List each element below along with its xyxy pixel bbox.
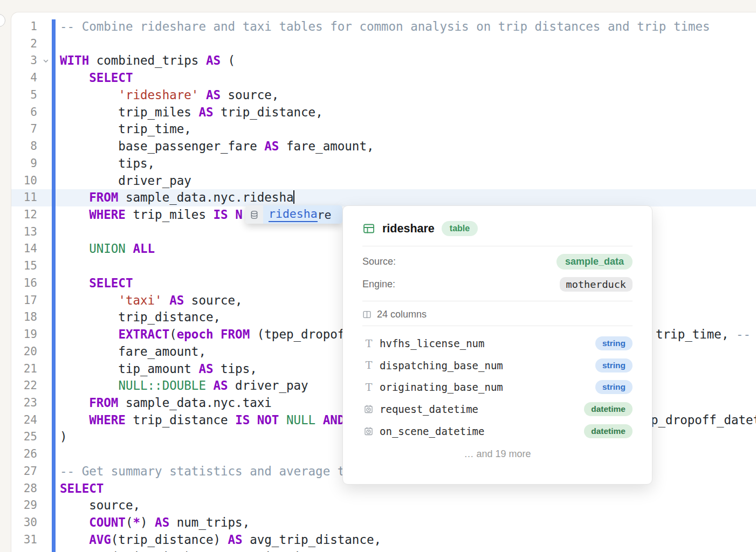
column-row[interactable]: Tdispatching_base_numstring (362, 357, 633, 374)
code-token: SELECT (60, 481, 104, 495)
line-number: 5 (11, 87, 37, 104)
code-text: driver_pay (60, 172, 191, 190)
line-number: 1 (11, 18, 37, 36)
code-line[interactable]: 7 trip_time, (11, 121, 756, 138)
code-token: ) (60, 430, 67, 444)
code-token (126, 242, 133, 256)
code-token: epoch (177, 327, 214, 341)
text-type-icon: T (362, 339, 375, 349)
code-token (60, 550, 89, 552)
partial-edge-button[interactable] (0, 14, 5, 27)
code-token: fare_amount, (279, 139, 374, 153)
code-token: sample_data.nyc.ridesha (118, 190, 293, 204)
code-token: 'taxi' (118, 293, 162, 307)
fold-chevron-icon[interactable] (42, 57, 50, 65)
line-number: 6 (11, 104, 37, 121)
code-token: IS (213, 208, 228, 222)
column-row[interactable]: on_scene_datetimedatetime (362, 423, 633, 439)
code-line[interactable]: 32 AVG(trip_time) AS avg_trip_time, (11, 549, 756, 552)
code-token (60, 276, 89, 290)
code-token: driver_pay (228, 378, 308, 392)
code-line[interactable]: 10 driver_pay (11, 172, 756, 190)
code-text: tip_amount AS tips, (60, 361, 257, 378)
code-token: avg_trip_time, (213, 550, 322, 552)
code-token: AS (198, 362, 213, 376)
code-line[interactable]: 30 COUNT(*) AS num_trips, (11, 514, 756, 532)
line-number: 19 (11, 326, 37, 343)
code-line[interactable]: 6 trip_miles AS trip_distance, (11, 104, 756, 121)
code-line[interactable]: 11 FROM sample_data.nyc.ridesha (11, 189, 756, 206)
code-text: trip_time, (60, 121, 191, 138)
columns-summary-label: 24 columns (377, 309, 427, 320)
code-fragment: p_dropoff_datet (651, 412, 756, 429)
line-number: 14 (11, 240, 37, 258)
code-token: avg_trip_distance, (243, 533, 381, 547)
code-line[interactable]: 3WITH combined_trips AS ( (11, 52, 756, 70)
code-token (60, 533, 89, 547)
code-token (250, 413, 257, 427)
code-token: 'rideshare' (118, 88, 198, 102)
code-token: UNION (89, 242, 126, 256)
code-token: AVG (89, 550, 111, 552)
divider (362, 301, 633, 301)
autocomplete-item-rideshare[interactable]: rideshare (263, 205, 342, 224)
code-text: FROM sample_data.nyc.ridesha (60, 189, 294, 206)
code-token: AS (206, 53, 221, 67)
line-number: 23 (11, 395, 37, 412)
column-name: dispatching_base_num (380, 360, 595, 371)
code-token (60, 293, 118, 307)
code-line[interactable]: 2 (11, 36, 756, 53)
code-token: (trip_time) (111, 550, 199, 552)
code-token: FROM (89, 396, 118, 410)
columns-summary-row: 24 columns (362, 307, 633, 321)
line-number: 28 (11, 480, 37, 498)
code-token: fare_amount, (60, 344, 206, 358)
column-type-badge: datetime (584, 402, 633, 416)
table-kind-badge: table (442, 221, 478, 236)
autocomplete-rest-text: re (318, 208, 332, 222)
code-token: ALL (133, 242, 155, 256)
line-number: 25 (11, 429, 37, 446)
code-line[interactable]: 29 source, (11, 497, 756, 514)
code-text: 'taxi' AS source, (60, 292, 243, 309)
code-token: COUNT (89, 515, 126, 529)
code-line[interactable]: 9 tips, (11, 155, 756, 172)
column-row[interactable]: request_datetimedatetime (362, 401, 633, 417)
line-number: 29 (11, 497, 37, 514)
code-line[interactable]: 31 AVG(trip_distance) AS avg_trip_distan… (11, 532, 756, 549)
code-text: ) (60, 429, 67, 446)
panel-header: rideshare table (362, 219, 633, 238)
code-text: SELECT (60, 275, 133, 292)
datetime-type-icon (362, 426, 375, 436)
code-line[interactable]: 5 'rideshare' AS source, (11, 87, 756, 104)
code-token: combined_trips (89, 53, 206, 67)
code-line[interactable]: 4 SELECT (11, 70, 756, 87)
code-token: AS (228, 533, 243, 547)
code-token (206, 378, 214, 392)
line-number: 11 (11, 189, 37, 206)
column-type-badge: string (595, 380, 633, 394)
code-token: NULL (286, 413, 315, 427)
code-token: trip_distance, (213, 105, 322, 119)
code-token: p_dropoff_datet (651, 413, 756, 427)
code-token: tips, (60, 156, 155, 170)
column-name: hvfhs_license_num (380, 337, 595, 349)
code-line[interactable]: 8 base_passenger_fare AS fare_amount, (11, 138, 756, 155)
line-number: 31 (11, 532, 37, 549)
panel-title: rideshare (382, 222, 435, 236)
columns-icon (362, 310, 372, 319)
code-line[interactable]: 1-- Combine rideshare and taxi tables fo… (11, 18, 756, 36)
line-number: 7 (11, 121, 37, 138)
code-text: UNION ALL (60, 240, 155, 258)
code-token: (trip_distance) (111, 533, 228, 547)
code-token: SELECT (89, 276, 133, 290)
code-token (162, 293, 170, 307)
code-text: fare_amount, (60, 343, 206, 361)
column-name: originating_base_num (380, 381, 595, 393)
code-text: FROM sample_data.nyc.taxi (60, 395, 272, 412)
column-row[interactable]: Toriginating_base_numstring (362, 379, 633, 395)
column-row[interactable]: Thvfhs_license_numstring (362, 335, 633, 351)
autocomplete-popup[interactable]: rideshare (245, 205, 342, 224)
line-number: 26 (11, 446, 37, 463)
code-text: EXTRACT(epoch FROM (tpep_dropof (60, 326, 345, 343)
